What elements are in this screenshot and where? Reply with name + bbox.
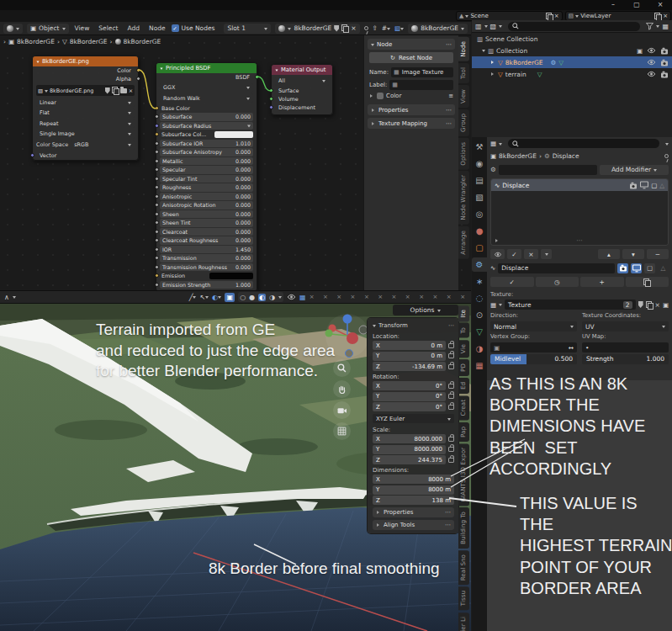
sidebar-tab[interactable]: Tissu	[458, 586, 469, 610]
coords-dropdown[interactable]: UV	[582, 321, 669, 331]
node-header[interactable]: Principled BSDF	[156, 63, 257, 73]
select-tool-dropdown[interactable]: ↖	[199, 294, 209, 301]
xray-toggle[interactable]: ▣	[225, 293, 235, 302]
principled-input-row[interactable]: Clearcoat Roughness0.000	[160, 236, 253, 245]
expand-icon[interactable]	[495, 239, 500, 242]
solid-shading-icon[interactable]: ●	[249, 294, 255, 301]
pin-icon[interactable]	[664, 154, 669, 158]
node-panel-header[interactable]: Node⋯	[368, 39, 455, 50]
unlink-icon[interactable]: ×	[129, 87, 133, 94]
sidebar-tab[interactable]: To	[458, 323, 469, 338]
menu-item[interactable]: View	[73, 24, 92, 32]
properties-tab[interactable]: ▦	[472, 358, 487, 373]
principled-input-row[interactable]: Subsurface Col...	[160, 130, 253, 139]
copy-icon[interactable]	[341, 24, 348, 32]
zoom-button[interactable]	[333, 359, 351, 377]
rendered-shading-icon[interactable]: ◑	[269, 294, 275, 301]
input-value[interactable]: 0.000	[235, 176, 251, 182]
sidebar-tab[interactable]: fier Li	[458, 612, 469, 631]
move-down-button[interactable]: ▾	[622, 249, 644, 259]
hide-eye-icon[interactable]	[647, 59, 656, 66]
resize-grip[interactable]: ⋯	[576, 236, 583, 244]
principled-input-row[interactable]: Clearcoat0.000	[160, 228, 253, 236]
modifier-search-field[interactable]	[499, 165, 597, 175]
unlink-icon[interactable]: ×	[655, 301, 660, 309]
annotate-dropdown[interactable]: ╱	[189, 294, 197, 301]
principled-input-row[interactable]: Emission Strength1.000	[160, 281, 253, 289]
image-datablock-field[interactable]: ▧ 8kBorderGE.png ×	[36, 85, 135, 96]
color-row[interactable]: Color≡	[369, 93, 453, 99]
checkbox-checked-icon[interactable]: ✓	[172, 24, 179, 32]
modifier-stack-list[interactable]: ∿ Displace ▢ △ ⋯	[490, 178, 669, 246]
axis-value-field[interactable]: Y8000.000	[373, 445, 446, 454]
swap-icon[interactable]: ↔	[569, 344, 574, 352]
principled-input-row[interactable]: IOR1.450	[160, 246, 253, 254]
expanded-icon[interactable]	[482, 50, 485, 54]
properties-tab[interactable]: ▢	[472, 241, 487, 255]
properties-tab[interactable]: ◎	[472, 207, 487, 221]
snap-dropdown[interactable]: #	[382, 24, 390, 32]
color-swatch[interactable]	[377, 93, 384, 99]
input-socket[interactable]	[155, 167, 159, 172]
sidebar-tab[interactable]: Tool	[458, 63, 469, 83]
input-value[interactable]: 0.000	[235, 149, 251, 155]
filter-type-icon[interactable]: ▧	[490, 23, 497, 30]
properties-panel-header[interactable]: Properties⋯	[368, 104, 455, 115]
input-socket[interactable]	[269, 97, 273, 101]
render-camera-icon[interactable]	[660, 71, 669, 78]
editmode-toggle-icon[interactable]: ▢	[651, 182, 657, 189]
panel-menu-icon[interactable]: ⋯	[446, 120, 452, 127]
sidebar-tab[interactable]: Ite	[458, 305, 469, 321]
wireframe-shading-icon[interactable]: ○	[240, 294, 246, 301]
sidebar-tab[interactable]: Node Wrangler	[458, 171, 469, 225]
editor-type-icon[interactable]: ▦	[490, 140, 496, 147]
overlays-eye-icon[interactable]	[287, 294, 296, 300]
input-value[interactable]: 0.000	[235, 167, 251, 172]
input-value[interactable]: 0.000	[235, 237, 251, 243]
new-collection-icon[interactable]: ▦	[662, 23, 669, 30]
modifier-stack-item[interactable]: ∿ Displace ▢ △	[491, 179, 668, 191]
gizmo-toggle-icon[interactable]: ▦	[299, 294, 306, 301]
principled-input-row[interactable]: Sheen0.000	[160, 210, 253, 219]
color-swatch[interactable]	[214, 131, 253, 138]
principled-input-row[interactable]: Transmission Roughness0.000	[160, 263, 253, 272]
axis-value-field[interactable]: Y0°	[373, 392, 446, 401]
remove-modifier-button[interactable]: −	[647, 249, 669, 259]
principled-input-row[interactable]: Anisotropic Rotation0.000	[160, 201, 253, 209]
hide-eye-icon[interactable]	[647, 47, 656, 54]
uv-map-field[interactable]: •	[582, 342, 669, 353]
render-toggle-icon[interactable]	[629, 182, 638, 189]
input-value[interactable]: 0.000	[235, 202, 251, 208]
sidebar-tab[interactable]: Pap	[458, 422, 469, 442]
preview-material-dropdown[interactable]: 8kBorderGE	[408, 24, 468, 34]
open-folder-icon[interactable]	[120, 88, 127, 93]
properties-tab[interactable]: ⊙	[472, 308, 487, 322]
duplicate-button[interactable]: +	[580, 277, 624, 287]
input-socket[interactable]	[155, 203, 159, 207]
lock-icon[interactable]	[448, 394, 454, 399]
transform-panel-header[interactable]: Transform⋯	[373, 321, 454, 331]
sidebar-tab[interactable]: Creat	[458, 395, 469, 420]
color-output-socket[interactable]	[136, 68, 140, 72]
collapsed-menus-icon[interactable]: ∧	[4, 294, 9, 301]
expand-icon[interactable]	[491, 61, 495, 64]
vertex-group-field[interactable]: ▣↔	[490, 342, 577, 353]
list-extras-button[interactable]	[541, 249, 552, 259]
move-up-button[interactable]: ▴	[598, 249, 620, 259]
parent-node-tree-icon[interactable]: ⇧	[373, 24, 378, 32]
hide-eye-icon[interactable]	[647, 71, 656, 77]
material-selector[interactable]: 8kBorderGE×	[275, 24, 359, 34]
users-count-badge[interactable]: 2	[623, 301, 632, 309]
shader-type-dropdown[interactable]: ▣Object	[27, 24, 69, 34]
properties-search[interactable]	[508, 139, 659, 148]
overlay-dropdown[interactable]: ▧	[394, 24, 404, 32]
midlevel-slider[interactable]: Midlevel0.500	[490, 354, 577, 364]
properties-tab[interactable]: ●	[472, 224, 487, 238]
sidebar-tab[interactable]: PD	[458, 359, 469, 376]
principled-input-row[interactable]: Anisotropic0.000	[160, 193, 253, 201]
chevron-down-icon[interactable]	[665, 143, 669, 147]
properties-tab[interactable]: ⚙	[472, 257, 487, 272]
sidebar-tab[interactable]: Node	[458, 37, 469, 61]
material-output-node[interactable]: Material Output All Surface Volume Displ…	[271, 64, 333, 115]
strength-slider[interactable]: Strength1.000	[582, 354, 669, 364]
